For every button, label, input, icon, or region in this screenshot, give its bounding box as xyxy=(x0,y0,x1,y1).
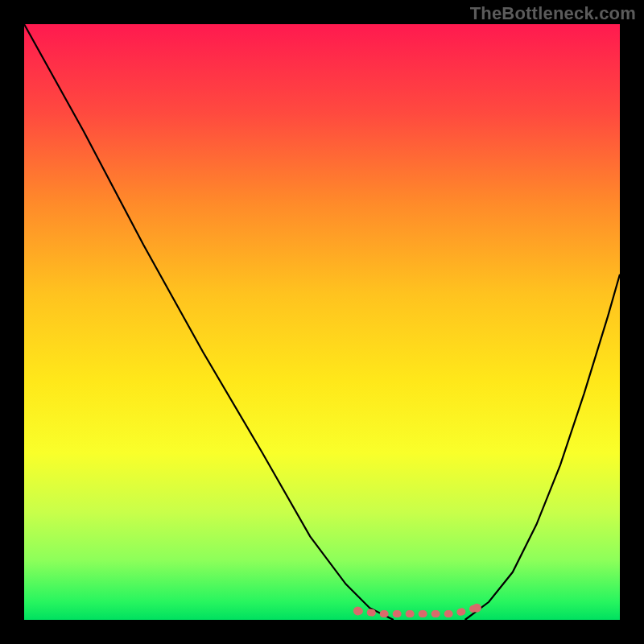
plot-area xyxy=(24,24,620,620)
chart-frame: TheBottleneck.com xyxy=(0,0,644,644)
left-curve xyxy=(24,24,394,620)
highlight-end-right xyxy=(473,604,481,613)
chart-svg xyxy=(24,24,620,620)
right-curve xyxy=(465,275,620,620)
watermark-text: TheBottleneck.com xyxy=(470,3,636,24)
highlight-end-left xyxy=(353,606,362,615)
